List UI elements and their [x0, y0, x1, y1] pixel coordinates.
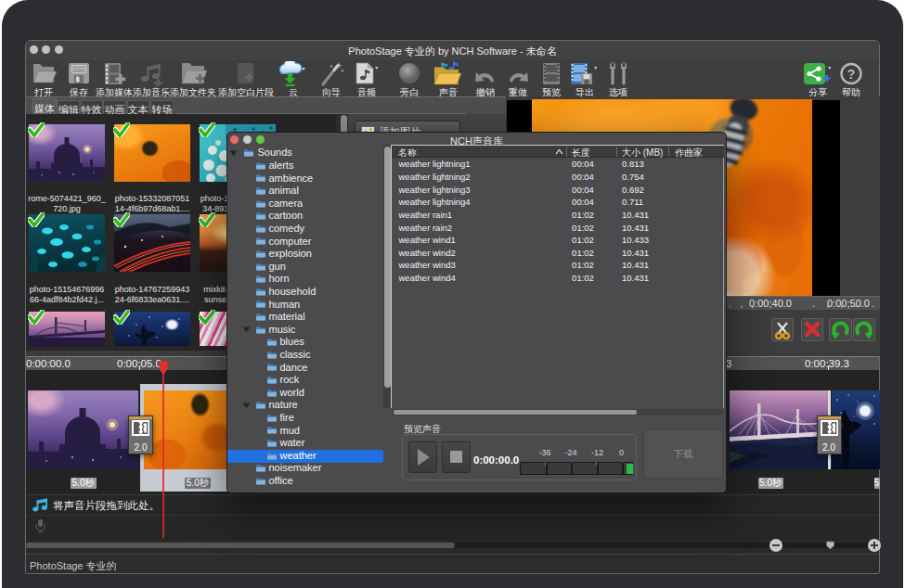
svg-text:?: ?	[847, 67, 856, 82]
